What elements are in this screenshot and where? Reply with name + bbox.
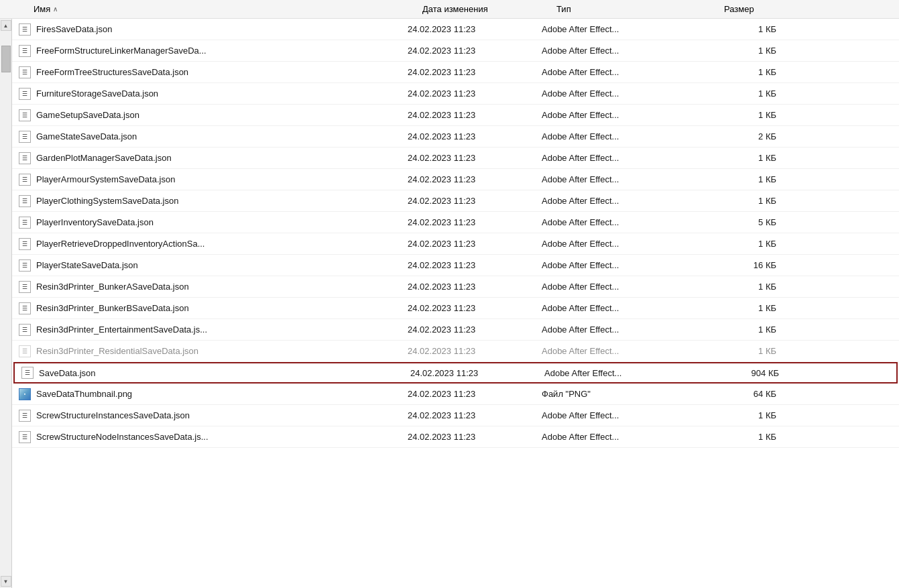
file-icon: ☰ [19, 109, 31, 121]
table-row[interactable]: ☰ Resin3dPrinter_BunkerASaveData.json 24… [12, 276, 899, 298]
table-row[interactable]: ☰ GameSetupSaveData.json 24.02.2023 11:2… [12, 105, 899, 126]
file-size: 1 КБ [709, 410, 790, 420]
json-file-icon: ☰ [21, 367, 34, 379]
table-row[interactable]: ☰ PlayerRetrieveDroppedInventoryActionSa… [12, 233, 899, 255]
table-row[interactable]: ☰ GardenPlotManagerSaveData.json 24.02.2… [12, 148, 899, 169]
file-name-cell: ☰ Resin3dPrinter_BunkerASaveData.json [19, 281, 408, 293]
scroll-container: ▲ ▼ ☰ FiresSaveData.json 24.02.2023 11:2… [0, 19, 899, 588]
file-name-text: Resin3dPrinter_BunkerASaveData.json [36, 282, 189, 292]
file-size: 1 КБ [709, 174, 790, 184]
file-type: Файл "PNG" [542, 389, 709, 399]
scroll-track[interactable] [1, 32, 11, 575]
table-row[interactable]: ☰ FurnitureStorageSaveData.json 24.02.20… [12, 83, 899, 105]
file-date: 24.02.2023 11:23 [408, 110, 542, 120]
file-name-text: GameStateSaveData.json [36, 131, 137, 141]
file-icon: ☰ [19, 281, 31, 293]
file-icon: ☰ [19, 345, 31, 357]
file-date: 24.02.2023 11:23 [408, 217, 542, 227]
file-icon: ☰ [19, 217, 31, 229]
json-file-icon: ☰ [19, 217, 31, 229]
file-name-text: SaveDataThumbnail.png [36, 389, 132, 399]
json-file-icon: ☰ [19, 45, 31, 57]
table-row[interactable]: ☰ PlayerClothingSystemSaveData.json 24.0… [12, 190, 899, 212]
file-icon: ▪ [19, 388, 31, 400]
json-file-icon: ☰ [19, 238, 31, 250]
file-name-text: PlayerStateSaveData.json [36, 260, 138, 270]
column-type[interactable]: Тип [556, 4, 724, 14]
file-size: 1 КБ [709, 432, 790, 442]
file-name-cell: ☰ FiresSaveData.json [19, 23, 408, 36]
file-date: 24.02.2023 11:23 [408, 346, 542, 356]
table-row[interactable]: ☰ Resin3dPrinter_EntertainmentSaveData.j… [12, 319, 899, 341]
table-row[interactable]: ☰ FreeFormTreeStructuresSaveData.json 24… [12, 62, 899, 83]
file-size: 1 КБ [709, 346, 790, 356]
file-date: 24.02.2023 11:23 [408, 24, 542, 34]
file-date: 24.02.2023 11:23 [408, 174, 542, 184]
file-name-cell: ☰ PlayerStateSaveData.json [19, 259, 408, 272]
table-row[interactable]: ☰ GameStateSaveData.json 24.02.2023 11:2… [12, 126, 899, 148]
file-date: 24.02.2023 11:23 [408, 46, 542, 56]
file-type: Adobe After Effect... [542, 131, 709, 141]
file-icon: ☰ [19, 45, 31, 57]
col-name-label: Имя [34, 4, 50, 14]
file-name-cell: ☰ ScrewStructureInstancesSaveData.json [19, 410, 408, 422]
file-date: 24.02.2023 11:23 [408, 260, 542, 270]
scroll-thumb[interactable] [1, 46, 11, 72]
file-icon: ☰ [19, 88, 31, 100]
scrollbar-left[interactable]: ▲ ▼ [0, 19, 12, 588]
table-row[interactable]: ☰ PlayerStateSaveData.json 24.02.2023 11… [12, 255, 899, 276]
json-file-icon: ☰ [19, 109, 31, 121]
json-file-icon: ☰ [19, 410, 31, 422]
file-name-cell: ☰ PlayerClothingSystemSaveData.json [19, 195, 408, 207]
file-date: 24.02.2023 11:23 [408, 303, 542, 313]
file-date: 24.02.2023 11:23 [408, 432, 542, 442]
table-row[interactable]: ☰ FiresSaveData.json 24.02.2023 11:23 Ad… [12, 19, 899, 40]
file-date: 24.02.2023 11:23 [408, 153, 542, 163]
file-type: Adobe After Effect... [542, 282, 709, 292]
file-name-text: ScrewStructureInstancesSaveData.json [36, 410, 190, 420]
column-size[interactable]: Размер [724, 4, 804, 14]
file-size: 2 КБ [709, 131, 790, 141]
file-icon: ☰ [19, 23, 31, 36]
file-name-text: Resin3dPrinter_EntertainmentSaveData.js.… [36, 325, 207, 335]
table-row[interactable]: ☰ Resin3dPrinter_ResidentialSaveData.jso… [12, 341, 899, 362]
file-name-cell: ▪ SaveDataThumbnail.png [19, 388, 408, 400]
column-name[interactable]: Имя ∧ [34, 4, 422, 14]
file-date: 24.02.2023 11:23 [408, 410, 542, 420]
table-row[interactable]: ☰ FreeFormStructureLinkerManagerSaveDa..… [12, 40, 899, 62]
file-type: Adobe After Effect... [542, 346, 709, 356]
json-file-icon: ☰ [19, 302, 31, 314]
file-name-text: FreeFormTreeStructuresSaveData.json [36, 67, 188, 77]
file-name-text: Resin3dPrinter_ResidentialSaveData.json [36, 346, 198, 356]
file-name-text: PlayerInventorySaveData.json [36, 217, 154, 227]
file-type: Adobe After Effect... [542, 89, 709, 99]
json-file-icon: ☰ [19, 281, 31, 293]
table-row[interactable]: ☰ ScrewStructureInstancesSaveData.json 2… [12, 405, 899, 426]
file-size: 904 КБ [712, 368, 792, 378]
file-icon: ☰ [19, 195, 31, 207]
scroll-down-arrow[interactable]: ▼ [1, 576, 11, 587]
file-type: Adobe After Effect... [542, 239, 709, 249]
scroll-up-arrow[interactable]: ▲ [1, 20, 11, 31]
file-name-cell: ☰ Resin3dPrinter_ResidentialSaveData.jso… [19, 345, 408, 357]
table-row[interactable]: ☰ ScrewStructureNodeInstancesSaveData.js… [12, 426, 899, 448]
file-type: Adobe After Effect... [542, 174, 709, 184]
file-type: Adobe After Effect... [542, 410, 709, 420]
table-row[interactable]: ▪ SaveDataThumbnail.png 24.02.2023 11:23… [12, 384, 899, 405]
file-date: 24.02.2023 11:23 [410, 368, 544, 378]
column-date[interactable]: Дата изменения [422, 4, 556, 14]
file-name-text: FurnitureStorageSaveData.json [36, 89, 158, 99]
file-type: Adobe After Effect... [542, 432, 709, 442]
file-icon: ☰ [19, 431, 31, 443]
file-icon: ☰ [21, 367, 34, 379]
table-row[interactable]: ☰ SaveData.json 24.02.2023 11:23 Adobe A… [13, 362, 898, 384]
file-name-text: PlayerClothingSystemSaveData.json [36, 196, 178, 206]
file-date: 24.02.2023 11:23 [408, 67, 542, 77]
json-file-icon: ☰ [19, 88, 31, 100]
table-row[interactable]: ☰ PlayerArmourSystemSaveData.json 24.02.… [12, 169, 899, 190]
table-row[interactable]: ☰ PlayerInventorySaveData.json 24.02.202… [12, 212, 899, 233]
file-list: ☰ FiresSaveData.json 24.02.2023 11:23 Ad… [12, 19, 899, 588]
table-row[interactable]: ☰ Resin3dPrinter_BunkerBSaveData.json 24… [12, 298, 899, 319]
file-name-text: PlayerArmourSystemSaveData.json [36, 174, 175, 184]
file-name-text: FreeFormStructureLinkerManagerSaveDa... [36, 46, 206, 56]
